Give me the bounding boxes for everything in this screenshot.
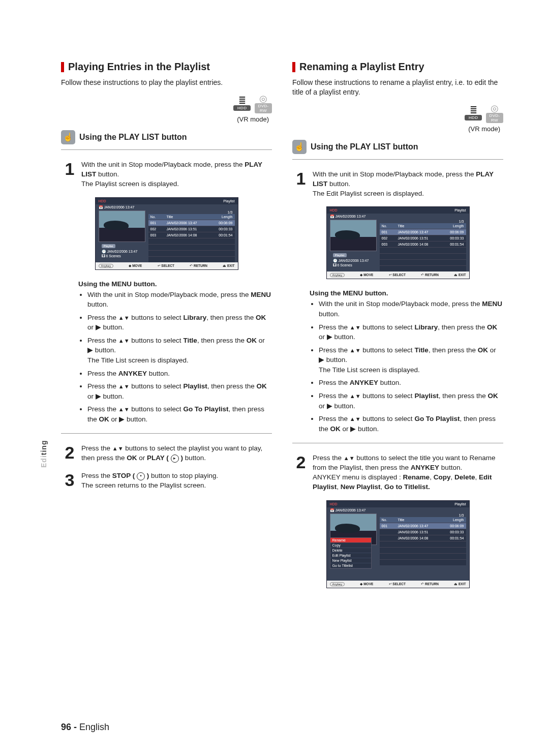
osd-tag: Playlist — [102, 244, 115, 248]
step-number-3: 3 — [61, 471, 78, 491]
ctx-copy: Copy — [330, 543, 371, 548]
osd-header-device: HDD — [99, 199, 106, 203]
ctx-go-titlelist: Go to Titlelist — [330, 563, 371, 568]
right-media-icons: ≣ HDD ◎ DVD-RW — [292, 104, 503, 123]
right-title: Renaming a Playlist Entry — [299, 61, 424, 73]
section-heading-left: Playing Entries in the Playlist — [61, 61, 272, 73]
list-item: Press the ▲▼ buttons to select Playlist,… — [319, 391, 503, 411]
list-item: Press the ▲▼ buttons to select Title, th… — [319, 345, 503, 375]
osd-meta-scenes: 6 Scenes — [106, 254, 120, 258]
list-item: Press the ▲▼ buttons to select Library, … — [87, 313, 272, 332]
osd-date: JAN/02/2006 13:47 — [104, 205, 134, 209]
step-number-2: 2 — [292, 453, 310, 492]
right-step2-body: Press the ▲▼ buttons to select the title… — [313, 453, 503, 492]
osd-table-header: No.TitleLength — [148, 214, 235, 220]
page-footer: 96 - English — [61, 722, 109, 733]
left-step2-body: Press the ▲▼ buttons to select the playl… — [81, 444, 272, 463]
osd-thumbnail — [330, 220, 377, 251]
step-number-1: 1 — [61, 160, 78, 189]
list-item: Press the ANYKEY button. — [87, 369, 272, 379]
right-step-1: 1 With the unit in Stop mode/Playback mo… — [292, 170, 503, 199]
list-item: With the unit in Stop mode/Playback mode… — [87, 290, 272, 310]
anykey-icon: Anykey — [99, 264, 114, 268]
osd-anykey-menu-screenshot: HDDPlaylist 📅 JAN/02/2006 13:47 1/3 No.T… — [326, 500, 470, 588]
right-menu-heading: Using the MENU button. — [310, 289, 503, 297]
step-number-2: 2 — [61, 444, 78, 463]
left-media-icons: ≣ HDD ◎ DVD-RW — [61, 95, 272, 113]
left-step-1: 1 With the unit in Stop mode/Playback mo… — [61, 160, 272, 189]
osd-header-title: Playlist — [223, 199, 234, 203]
list-item: Press the ANYKEY button. — [319, 378, 503, 388]
divider — [292, 159, 503, 160]
finger-press-icon: ☝ — [292, 140, 307, 154]
page-number: 96 - — [61, 722, 77, 732]
osd-row-1: 001JAN/02/2006 13:4700:06:09 — [148, 220, 235, 226]
list-item: With the unit in Stop mode/Playback mode… — [319, 299, 503, 319]
step-number-1: 1 — [292, 170, 310, 199]
left-title: Playing Entries in the Playlist — [68, 61, 210, 73]
dvd-rw-icon: ◎ DVD-RW — [486, 104, 503, 123]
divider — [61, 433, 272, 434]
ctx-delete: Delete — [330, 548, 371, 553]
divider — [61, 149, 272, 150]
ctx-new-playlist: New Playlist — [330, 558, 371, 563]
right-subheading: Using the PLAY LIST button — [311, 142, 418, 152]
section-heading-right: Renaming a Playlist Entry — [292, 61, 503, 73]
right-step-2: 2 Press the ▲▼ buttons to select the tit… — [292, 453, 503, 492]
osd-thumbnail — [99, 210, 145, 242]
osd-playlist-screenshot-right: HDDPlaylist 📅 JAN/02/2006 13:47 Playlist… — [326, 206, 470, 279]
osd-row-2: 002JAN/02/2006 13:5100:03:33 — [148, 226, 235, 232]
list-item: Press the ▲▼ buttons to select Go To Pla… — [319, 414, 503, 434]
left-vr-mode: (VR mode) — [61, 115, 269, 123]
right-menu-list: With the unit in Stop mode/Playback mode… — [310, 299, 503, 434]
red-bar-icon — [292, 62, 295, 72]
osd-playlist-screenshot-left: HDDPlaylist 📅 JAN/02/2006 13:47 Playlist… — [95, 197, 238, 270]
dvd-rw-icon: ◎ DVD-RW — [255, 95, 272, 113]
list-item: Press the ▲▼ buttons to select Go To Pla… — [87, 404, 272, 424]
hdd-icon: ≣ HDD — [233, 97, 251, 111]
right-intro: Follow these instructions to rename a pl… — [292, 78, 503, 97]
finger-press-icon: ☝ — [61, 130, 75, 144]
osd-row-3: 003JAN/02/2006 14:0800:01:54 — [148, 232, 235, 238]
right-vr-mode: (VR mode) — [292, 125, 500, 133]
hdd-icon: ≣ HDD — [465, 106, 482, 120]
left-column: Playing Entries in the Playlist Follow t… — [61, 61, 272, 598]
osd-page-indicator: 1/3 — [148, 210, 235, 214]
right-column: Renaming a Playlist Entry Follow these i… — [292, 61, 503, 598]
list-item: Press the ▲▼ buttons to select Title, th… — [87, 336, 272, 366]
side-tab-editing: Editing — [40, 440, 48, 468]
side-tab-em: ting — [40, 440, 48, 456]
left-subheading: Using the PLAY LIST button — [79, 133, 187, 142]
side-tab-dim: Edi — [40, 455, 48, 468]
red-bar-icon — [61, 62, 64, 72]
ctx-rename: Rename — [330, 538, 371, 543]
right-step1-body: With the unit in Stop mode/Playback mode… — [313, 170, 503, 199]
osd-context-menu: Rename Copy Delete Edit Playlist New Pla… — [330, 537, 372, 569]
osd-meta-time: JAN/02/2006 13:47 — [107, 250, 137, 253]
list-item: Press the ▲▼ buttons to select Library, … — [319, 322, 503, 342]
left-step-2: 2 Press the ▲▼ buttons to select the pla… — [61, 444, 272, 463]
left-step3-body: Press the STOP ( • ) button to stop play… — [81, 471, 272, 491]
osd-button-bar: Anykey ◆ MOVE ↵ SELECT ↶ RETURN ⏏ EXIT — [96, 262, 238, 269]
left-subheading-row: ☝ Using the PLAY LIST button — [61, 130, 272, 144]
left-step-3: 3 Press the STOP ( • ) button to stop pl… — [61, 471, 272, 491]
ctx-edit-playlist: Edit Playlist — [330, 553, 371, 558]
left-step1-body: With the unit in Stop mode/Playback mode… — [81, 160, 272, 189]
right-subheading-row: ☝ Using the PLAY LIST button — [292, 140, 503, 154]
left-menu-list: With the unit in Stop mode/Playback mode… — [78, 290, 272, 425]
divider — [292, 443, 503, 443]
left-intro: Follow these instructions to play the pl… — [61, 78, 272, 87]
list-item: Press the ▲▼ buttons to select Playlist,… — [87, 381, 272, 401]
page-language: English — [79, 722, 109, 732]
left-menu-heading: Using the MENU button. — [78, 280, 272, 288]
